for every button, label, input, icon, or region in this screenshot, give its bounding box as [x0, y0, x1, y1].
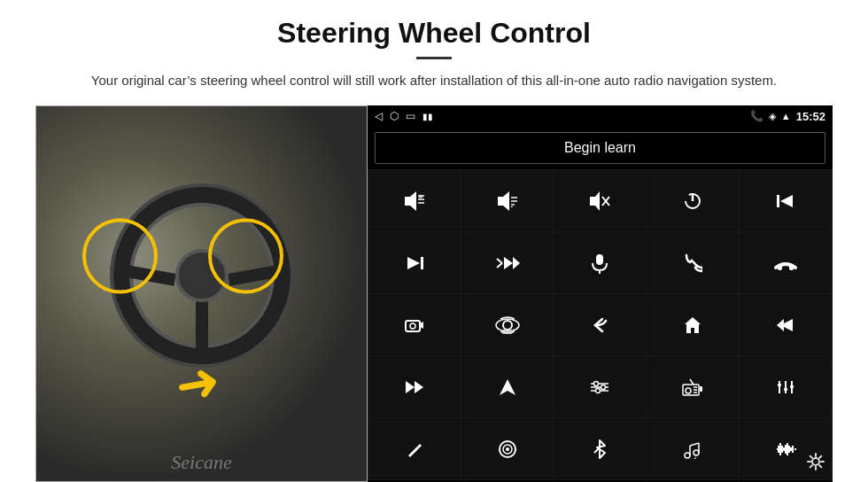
- signal-icon: ▮▮: [422, 112, 433, 121]
- svg-marker-21: [504, 257, 513, 269]
- hangup-button[interactable]: [740, 232, 832, 293]
- svg-point-43: [601, 385, 606, 389]
- svg-point-62: [685, 453, 690, 458]
- svg-rect-46: [700, 386, 702, 392]
- svg-marker-35: [777, 319, 784, 331]
- skip-fwd-button[interactable]: [461, 232, 554, 293]
- location-status-icon: ◈: [769, 111, 776, 122]
- svg-point-60: [506, 447, 509, 451]
- status-right: 📞 ◈ ▲ 15:52: [750, 110, 825, 123]
- svg-marker-36: [406, 381, 415, 393]
- svg-line-65: [690, 443, 699, 446]
- back-button[interactable]: [554, 294, 647, 355]
- svg-line-20: [497, 263, 502, 268]
- status-left: ◁ ⬡ ▭ ▮▮: [375, 110, 433, 122]
- status-time: 15:52: [796, 110, 825, 123]
- mute-button[interactable]: [554, 170, 647, 231]
- svg-marker-38: [500, 379, 515, 395]
- call-button[interactable]: [647, 232, 739, 293]
- svg-rect-25: [778, 264, 782, 270]
- highlight-circle-left: [82, 219, 158, 294]
- radio-button[interactable]: [647, 356, 739, 417]
- svg-rect-26: [789, 264, 794, 270]
- next-button[interactable]: [368, 232, 461, 293]
- svg-rect-15: [777, 195, 779, 207]
- home-button[interactable]: [647, 294, 739, 355]
- svg-point-44: [596, 388, 601, 393]
- svg-rect-57: [790, 385, 794, 388]
- svg-point-42: [594, 381, 599, 385]
- car-image: ➜ Seicane: [35, 105, 368, 482]
- sw-spoke-bottom: [196, 300, 208, 349]
- svg-text:♩: ♩: [694, 453, 697, 459]
- seicane-watermark: Seicane: [171, 451, 231, 474]
- svg-marker-37: [415, 381, 423, 393]
- svg-point-47: [686, 388, 691, 393]
- svg-rect-23: [596, 254, 603, 265]
- prev-track-button[interactable]: [740, 170, 832, 231]
- svg-marker-33: [685, 317, 701, 333]
- settings-icon-wrap[interactable]: [806, 452, 825, 477]
- page-container: Steering Wheel Control Your original car…: [0, 0, 868, 482]
- svg-marker-16: [780, 195, 793, 207]
- svg-marker-17: [407, 257, 420, 269]
- power-button[interactable]: [647, 170, 739, 231]
- skip-prev-button[interactable]: [740, 294, 832, 355]
- controls-grid: + -: [368, 169, 833, 480]
- svg-rect-18: [421, 257, 423, 269]
- vol-down-button[interactable]: -: [461, 170, 554, 231]
- phone-status-icon: 📞: [750, 110, 763, 122]
- svg-text:-: -: [510, 201, 513, 211]
- svg-marker-22: [513, 257, 520, 269]
- edit-button[interactable]: [368, 418, 461, 479]
- svg-line-19: [497, 259, 502, 263]
- svg-text:+: +: [418, 192, 423, 202]
- cam360-button[interactable]: 360°: [461, 294, 554, 355]
- svg-line-51: [690, 379, 694, 385]
- android-panel: ◁ ⬡ ▭ ▮▮ 📞 ◈ ▲ 15:52 Begin learn: [368, 105, 833, 482]
- title-divider: [416, 57, 452, 59]
- music-button[interactable]: ♩: [647, 418, 739, 479]
- content-row: ➜ Seicane ◁ ⬡ ▭ ▮▮ 📞 ◈ ▲ 15:52: [35, 105, 833, 482]
- status-bar: ◁ ⬡ ▭ ▮▮ 📞 ◈ ▲ 15:52: [368, 105, 833, 127]
- svg-rect-27: [406, 321, 420, 331]
- svg-point-79: [812, 458, 819, 465]
- camera-button[interactable]: [368, 294, 461, 355]
- svg-marker-5: [498, 191, 509, 211]
- svg-point-29: [410, 323, 415, 329]
- bluetooth-button[interactable]: [554, 418, 647, 479]
- home-nav-icon[interactable]: ⬡: [390, 110, 399, 122]
- svg-rect-55: [778, 384, 781, 386]
- recents-nav-icon[interactable]: ▭: [406, 110, 415, 122]
- fast-forward-button[interactable]: [368, 356, 461, 417]
- svg-rect-56: [784, 388, 787, 391]
- record-button[interactable]: [461, 418, 554, 479]
- navigate-button[interactable]: [461, 356, 554, 417]
- page-subtitle: Your original car’s steering wheel contr…: [91, 70, 777, 91]
- wifi-status-icon: ▲: [781, 111, 791, 121]
- begin-learn-button[interactable]: Begin learn: [375, 132, 825, 164]
- svg-marker-0: [405, 191, 416, 211]
- eq-sliders-button[interactable]: [740, 356, 832, 417]
- svg-text:360°: 360°: [502, 329, 515, 335]
- page-title: Steering Wheel Control: [277, 16, 591, 50]
- vol-up-button[interactable]: +: [368, 170, 461, 231]
- equalizer-button[interactable]: [554, 356, 647, 417]
- back-nav-icon[interactable]: ◁: [375, 110, 383, 122]
- mic-button[interactable]: [554, 232, 647, 293]
- svg-marker-10: [590, 191, 600, 211]
- highlight-circle-right: [208, 219, 283, 294]
